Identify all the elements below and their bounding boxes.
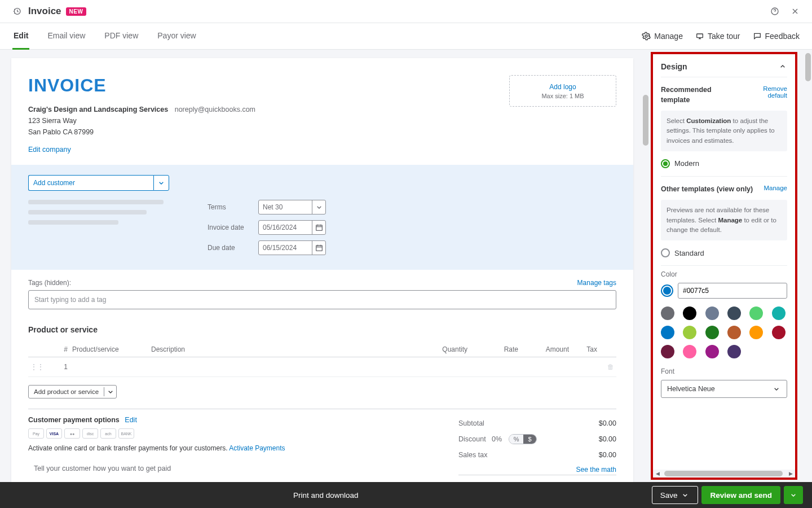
manage-label: Manage xyxy=(654,32,683,41)
payment-text: Activate online card or bank transfer pa… xyxy=(28,444,228,452)
tab-email-view[interactable]: Email view xyxy=(46,23,86,49)
design-accordion-header[interactable]: Design xyxy=(661,62,787,77)
due-date-input[interactable]: 06/15/2024 xyxy=(258,240,326,255)
due-date-value: 06/15/2024 xyxy=(259,241,312,255)
svg-rect-4 xyxy=(316,225,322,230)
footer-bar: Print and download Save Review and send xyxy=(0,482,812,508)
calendar-icon[interactable] xyxy=(312,221,325,234)
payment-edit-link[interactable]: Edit xyxy=(125,416,137,424)
chevron-down-icon[interactable] xyxy=(312,200,325,214)
side-scrollbar[interactable] xyxy=(804,50,812,482)
take-tour-button[interactable]: Take tour xyxy=(695,32,740,41)
manage-tags-link[interactable]: Manage tags xyxy=(577,279,616,287)
terms-select[interactable]: Net 30 xyxy=(258,200,326,214)
chevron-down-icon[interactable] xyxy=(153,175,169,191)
row-number: 1 xyxy=(47,357,70,377)
col-rate: Rate xyxy=(470,342,520,357)
due-date-label: Due date xyxy=(208,244,258,252)
edit-company-link[interactable]: Edit company xyxy=(28,146,71,154)
tabs-row: Edit Email view PDF view Payor view Mana… xyxy=(0,23,812,50)
recommended-info: Select Customization to adjust the setti… xyxy=(661,111,787,151)
color-swatch[interactable] xyxy=(727,306,741,320)
help-icon[interactable] xyxy=(769,6,780,17)
font-label: Font xyxy=(661,367,787,375)
activate-payments-link[interactable]: Activate Payments xyxy=(229,444,285,452)
add-customer-select[interactable] xyxy=(28,175,169,191)
template-standard-radio[interactable]: Standard xyxy=(661,248,787,257)
selected-color-swatch[interactable] xyxy=(661,284,673,297)
color-swatch[interactable] xyxy=(661,326,674,339)
svg-rect-5 xyxy=(316,246,322,251)
discount-label: Discount xyxy=(458,435,486,443)
col-tax: Tax xyxy=(571,342,599,357)
chevron-down-icon xyxy=(789,491,798,500)
close-icon[interactable] xyxy=(789,6,801,17)
color-swatch[interactable] xyxy=(772,306,785,320)
delete-row-icon[interactable]: 🗑 xyxy=(607,363,614,371)
terms-label: Terms xyxy=(208,203,258,211)
radio-checked-icon xyxy=(661,159,670,168)
calendar-icon[interactable] xyxy=(312,241,325,255)
feedback-icon xyxy=(753,32,762,41)
tab-pdf-view[interactable]: PDF view xyxy=(103,23,139,49)
tab-edit[interactable]: Edit xyxy=(12,23,29,50)
topbar: Invoice NEW xyxy=(0,0,812,23)
chevron-up-icon xyxy=(778,62,787,71)
invoice-date-label: Invoice date xyxy=(208,224,258,231)
color-swatch[interactable] xyxy=(683,306,696,320)
color-swatch[interactable] xyxy=(772,326,785,339)
tags-label: Tags (hidden): xyxy=(28,279,71,287)
mastercard-icon: ●● xyxy=(64,428,80,439)
discover-icon: disc xyxy=(82,428,98,439)
color-swatch[interactable] xyxy=(661,306,674,320)
radio-unchecked-icon xyxy=(661,248,670,257)
payment-note-input[interactable]: Tell your customer how you want to get p… xyxy=(28,465,458,472)
save-button[interactable]: Save xyxy=(652,486,699,504)
panel-horizontal-scrollbar[interactable]: ◀▶ xyxy=(653,470,795,478)
svg-point-2 xyxy=(645,35,647,37)
font-value: Helvetica Neue xyxy=(667,385,715,393)
invoice-date-input[interactable]: 05/16/2024 xyxy=(258,220,326,235)
history-icon[interactable] xyxy=(11,6,23,17)
main-scrollbar[interactable] xyxy=(642,50,650,482)
manage-button[interactable]: Manage xyxy=(642,32,683,41)
color-swatch[interactable] xyxy=(661,345,674,358)
color-hex-input[interactable] xyxy=(678,283,787,299)
add-customer-input[interactable] xyxy=(28,175,153,191)
feedback-button[interactable]: Feedback xyxy=(753,32,800,41)
color-swatch[interactable] xyxy=(705,306,719,320)
color-swatch[interactable] xyxy=(727,345,741,358)
chevron-down-icon[interactable] xyxy=(104,387,116,396)
drag-handle-icon[interactable]: ⋮⋮ xyxy=(30,363,44,371)
table-row[interactable]: ⋮⋮ 1 🗑 xyxy=(28,357,616,377)
save-label: Save xyxy=(660,491,678,500)
color-swatch[interactable] xyxy=(683,326,696,339)
add-logo-dropzone[interactable]: Add logo Max size: 1 MB xyxy=(509,75,616,107)
see-math-link[interactable]: See the math xyxy=(458,466,616,474)
color-swatch[interactable] xyxy=(749,306,763,320)
manage-templates-link[interactable]: Manage xyxy=(764,185,787,195)
font-select[interactable]: Helvetica Neue xyxy=(661,380,787,398)
company-address-1: 123 Sierra Way xyxy=(28,115,255,126)
color-swatch[interactable] xyxy=(727,326,741,339)
color-swatch[interactable] xyxy=(705,326,719,339)
company-email: noreply@quickbooks.com xyxy=(175,106,255,113)
discount-type-toggle[interactable]: %$ xyxy=(509,434,537,444)
color-swatch[interactable] xyxy=(705,345,719,358)
placeholder-lines xyxy=(28,200,164,255)
review-send-label: Review and send xyxy=(710,491,772,500)
print-download-button[interactable]: Print and download xyxy=(0,491,652,500)
tags-input[interactable]: Start typing to add a tag xyxy=(28,290,616,309)
color-swatch[interactable] xyxy=(683,345,696,358)
tab-payor-view[interactable]: Payor view xyxy=(156,23,197,49)
color-swatch-grid xyxy=(661,306,787,358)
review-send-dropdown[interactable] xyxy=(784,486,803,504)
salestax-value: $0.00 xyxy=(599,451,616,459)
template-modern-radio[interactable]: Modern xyxy=(661,159,787,168)
chevron-down-icon xyxy=(772,384,781,393)
add-product-button[interactable]: Add product or service xyxy=(28,385,117,398)
color-swatch[interactable] xyxy=(749,326,763,339)
remove-default-link[interactable]: Remove default xyxy=(742,85,787,105)
review-send-button[interactable]: Review and send xyxy=(701,486,780,504)
col-number: # xyxy=(47,342,70,357)
